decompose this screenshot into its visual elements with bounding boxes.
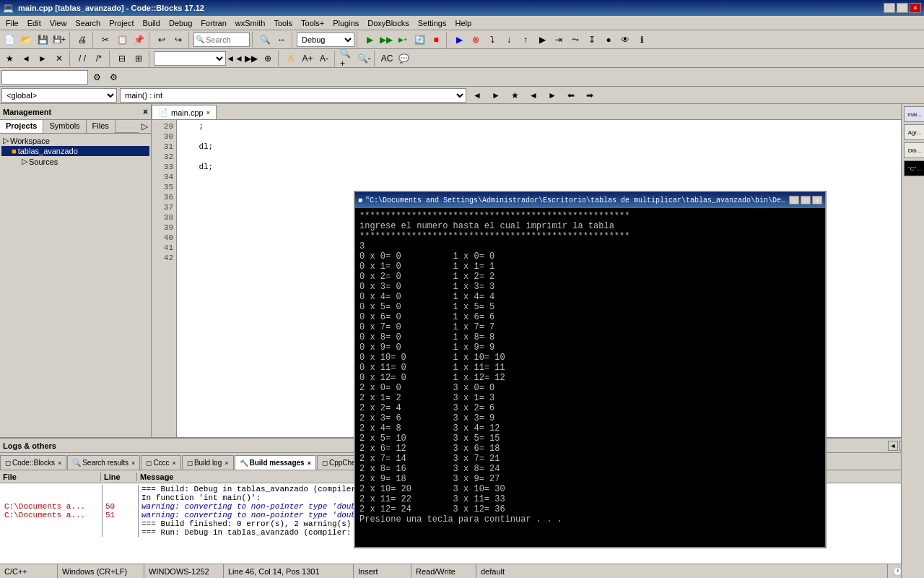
tab-sr-close[interactable]: × (131, 460, 135, 467)
next-inst-button[interactable]: ⤳ (567, 32, 583, 48)
menu-tools-plus[interactable]: Tools+ (297, 16, 328, 30)
log-tab-cccc[interactable]: ◻ Cccc × (141, 455, 181, 470)
target-combo[interactable]: Debug Release (297, 33, 354, 47)
jump-combo[interactable] (154, 51, 226, 66)
tab-symbols[interactable]: Symbols (43, 120, 86, 133)
settings-icon[interactable]: ⚙ (89, 69, 105, 85)
menu-tools[interactable]: Tools (269, 16, 297, 30)
save-all-button[interactable]: 💾+ (51, 32, 67, 48)
jump-clear-button[interactable]: ⊕ (260, 51, 276, 66)
step-out-button[interactable]: ↑ (518, 32, 533, 48)
log-tab-buildlog[interactable]: ◻ Build log × (182, 455, 234, 470)
logs-nav-left[interactable]: ◄ (888, 441, 898, 451)
nav-back-button[interactable]: ◄ (469, 87, 485, 103)
tab-cccc-close[interactable]: × (173, 460, 176, 467)
save-button[interactable]: 💾 (35, 32, 51, 48)
stop-button[interactable]: ■ (428, 32, 444, 48)
tab-bl-close[interactable]: × (225, 460, 228, 467)
thumb-main[interactable]: mai... (904, 106, 924, 122)
tree-workspace[interactable]: ▷ Workspace (1, 135, 149, 146)
undo-button[interactable]: ↩ (154, 32, 170, 48)
copy-button[interactable]: 📋 (114, 32, 130, 48)
calltip-button[interactable]: 💬 (396, 51, 411, 66)
font-bigger-button[interactable]: A+ (300, 51, 315, 66)
global-combo[interactable]: <global> (1, 88, 117, 103)
highlight-button[interactable]: A (283, 51, 299, 66)
menu-fortran[interactable]: Fortran (196, 16, 230, 30)
tab-bm-close[interactable]: × (308, 460, 311, 467)
rebuild-button[interactable]: 🔄 (411, 32, 427, 48)
tab-cb-close[interactable]: × (58, 460, 61, 467)
jump-fwd-button[interactable]: ▶▶ (243, 51, 259, 66)
log-tab-buildmsg[interactable]: 🔨 Build messages × (235, 455, 316, 470)
menu-wxsmith[interactable]: wxSmith (231, 16, 270, 30)
tab-files[interactable]: Files (87, 120, 116, 133)
step-inst-button[interactable]: ↧ (584, 32, 600, 48)
minimize-button[interactable]: _ (884, 3, 895, 13)
print-button[interactable]: 🖨 (74, 32, 90, 48)
debug-button[interactable]: ▶ (451, 32, 467, 48)
panel-close-button[interactable]: × (143, 107, 148, 117)
tab-projects[interactable]: Projects (0, 120, 43, 133)
panel-arrow-button[interactable]: ▷ (139, 120, 151, 133)
menu-project[interactable]: Project (105, 16, 138, 30)
redo-button[interactable]: ↪ (170, 32, 186, 48)
settings2-icon[interactable]: ⚙ (105, 69, 121, 85)
search-input[interactable] (204, 33, 248, 46)
step-in-button[interactable]: ↓ (501, 32, 517, 48)
next-bookmark-button[interactable]: ► (35, 51, 51, 66)
menu-search[interactable]: Search (71, 16, 105, 30)
nav-prev-button[interactable]: ◄ (526, 87, 541, 103)
tab-close-icon[interactable]: × (206, 109, 210, 116)
nav-fwd-button[interactable]: ► (488, 87, 504, 103)
menu-debug[interactable]: Debug (165, 16, 196, 30)
nav-next-button[interactable]: ► (544, 87, 560, 103)
next-line-button[interactable]: ⤵ (484, 32, 500, 48)
block-comment-button[interactable]: /* (91, 51, 107, 66)
clear-bookmarks-button[interactable]: ✕ (51, 51, 67, 66)
editor-tab-main[interactable]: 📄 main.cpp × (152, 105, 217, 119)
log-tab-search[interactable]: 🔍 Search results × (67, 455, 140, 470)
function-combo[interactable]: main() : int (120, 88, 466, 103)
maximize-button[interactable]: □ (897, 3, 908, 13)
terminal-minimize[interactable]: _ (789, 196, 799, 204)
nav-bookmark-button[interactable]: ★ (507, 87, 523, 103)
terminal-close[interactable]: × (812, 196, 822, 204)
close-button[interactable]: × (910, 3, 921, 13)
run-to-cursor-button[interactable]: ⇥ (551, 32, 567, 48)
continue-button[interactable]: ▶ (534, 32, 550, 48)
log-tab-codeblocks[interactable]: ◻ Code::Blocks × (0, 455, 66, 470)
menu-build[interactable]: Build (138, 16, 164, 30)
unfold-button[interactable]: ⊞ (131, 51, 147, 66)
prev-bookmark-button[interactable]: ◄ (18, 51, 34, 66)
zoom-in-button[interactable]: 🔍+ (339, 51, 355, 66)
terminal-maximize[interactable]: □ (801, 196, 811, 204)
thumb-dib[interactable]: Dib... (904, 142, 924, 158)
cut-button[interactable]: ✂ (97, 32, 113, 48)
nav-jump-fwd-button[interactable]: ➡ (582, 87, 598, 103)
open-button[interactable]: 📂 (18, 32, 34, 48)
tree-project[interactable]: ■ tablas_avanzado (1, 146, 149, 156)
toggle-comment-button[interactable]: / / (74, 51, 90, 66)
search-field[interactable] (1, 70, 88, 85)
build-run-button[interactable]: ▶+ (395, 32, 411, 48)
watch-button[interactable]: 👁 (617, 32, 633, 48)
menu-doxyblocks[interactable]: DoxyBlocks (363, 16, 413, 30)
zoom-out-button[interactable]: 🔍- (356, 51, 372, 66)
new-button[interactable]: 📄 (1, 32, 17, 48)
find-button[interactable]: 🔍 (257, 32, 273, 48)
font-smaller-button[interactable]: A- (316, 51, 332, 66)
paste-button[interactable]: 📌 (131, 32, 147, 48)
menu-help[interactable]: Help (450, 16, 476, 30)
stop-debug-button[interactable]: ⊗ (468, 32, 484, 48)
toggle-bookmark-button[interactable]: ★ (1, 51, 17, 66)
menu-file[interactable]: File (1, 16, 23, 30)
tree-sources[interactable]: ▷ Sources (1, 156, 149, 167)
info-button[interactable]: ℹ (634, 32, 650, 48)
menu-plugins[interactable]: Plugins (328, 16, 363, 30)
replace-button[interactable]: ↔ (274, 32, 289, 48)
fold-button[interactable]: ⊟ (114, 51, 130, 66)
breakpoints-button[interactable]: ● (601, 32, 616, 48)
build-button[interactable]: ▶ (362, 32, 378, 48)
nav-jump-back-button[interactable]: ⬅ (563, 87, 579, 103)
